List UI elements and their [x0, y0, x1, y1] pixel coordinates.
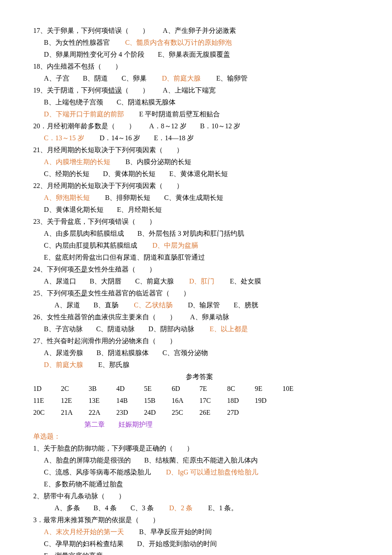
- q23-e: E、盆底封闭骨盆出口但有尿道、阴道和直肠肛管通过: [33, 251, 366, 263]
- p2q1-stem: 1、关于胎盘的防御功能，下列哪项是正确的（ ）: [33, 442, 366, 454]
- q17-line-bc: B、为女性的性腺器官 C、髓质内含有数以万计的原始卵泡: [33, 37, 366, 49]
- q18-d: D、前庭大腺: [162, 75, 201, 82]
- ans-22: 22A: [89, 407, 116, 419]
- ans-24: 24D: [144, 407, 172, 419]
- q17-b: B、为女性的性腺器官: [44, 39, 110, 46]
- answers-row-3: 20C 21A 22A 23D 24D 25C 26E 27D: [33, 407, 366, 419]
- q23-d: D、中层为盆膈: [153, 242, 199, 249]
- p2q2-abc: A、多条 B、4 条 C、3 条: [55, 504, 167, 512]
- q26-e: E、以上都是: [210, 325, 248, 332]
- q19-stem-u: 错误: [108, 87, 122, 94]
- ans-1: 1D: [33, 383, 61, 395]
- p2q2-e: E、1 条。: [194, 504, 238, 512]
- ans-8: 8C: [227, 383, 255, 395]
- ans-7: 7E: [199, 383, 227, 395]
- q25-stem-pre: 25、下列何项: [33, 289, 74, 297]
- q22-stem: 22、月经周期的长短取决于下列何项因素（ ）: [33, 180, 366, 192]
- q21-ab: A、内膜增生期的长短 B、内膜分泌期的长短: [33, 156, 366, 168]
- q22-de: D、黄体退化期长短 E、月经期长短: [33, 204, 366, 216]
- p2q2-opts: A、多条 B、4 条 C、3 条 D、2 条 E、1 条。: [33, 502, 366, 514]
- q25-de: D、输尿管 E、膀胱: [174, 301, 258, 309]
- q22-abc: A、卵泡期长短 B、排卵期长短 C、黄体生成期长短: [33, 192, 366, 204]
- q25-opts: A、尿道 B、直肠 C、乙状结肠 D、输尿管 E、膀胱: [33, 299, 366, 311]
- q21-cde: C、经期的长短 D、黄体期的长短 E、黄体退化期长短: [33, 168, 366, 180]
- p2q1-c: C、流感、风疹等病毒不能感染胎儿: [44, 468, 164, 476]
- q26-opts: B、子宫动脉 C、阴道动脉 D、阴部内动脉 E、以上都是: [33, 323, 366, 335]
- q24-d: D、肛门: [189, 278, 215, 285]
- chapter2-title: 第二章 妊娠期护理: [33, 419, 366, 431]
- p2q3-cd: C、孕早期的妇科检查结果 D、开始感觉到胎动的时间: [33, 538, 366, 550]
- q19-stem-post: （ ） A、上端比下端宽: [122, 87, 216, 94]
- q24-stem-post: 女性外生殖器（ ）: [88, 266, 156, 273]
- q23-cd: C、内层由肛提肌和其筋膜组成 D、中层为盆膈: [33, 240, 366, 251]
- ans-12: 12E: [61, 395, 89, 407]
- p2q1-e: E、多数药物不能通过胎盘: [33, 478, 366, 490]
- q24-abc: A、尿道口 B、大阴唇 C、前庭大腺: [44, 278, 187, 285]
- ans-6: 6D: [172, 383, 199, 395]
- q25-stem-post: 女性生殖器官的临近器官（ ）: [88, 289, 190, 297]
- p2q3-a: A、末次月经开始的第一天: [44, 528, 124, 535]
- ans-26: 26E: [199, 407, 227, 419]
- ans-5: 5E: [144, 383, 172, 395]
- q21-a: A、内膜增生期的长短: [44, 158, 110, 165]
- ans-3: 3B: [89, 383, 116, 395]
- q17-de: D、卵巢周期性变化可分 4 个阶段 E、卵巢表面无腹膜覆盖: [33, 49, 366, 61]
- q27-abc: A、尿道旁腺 B、阴道粘膜腺体 C、宫颈分泌物: [33, 347, 366, 359]
- ans-25: 25C: [172, 407, 199, 419]
- p2q2-stem: 2、脐带中有几条动脉（ ）: [33, 490, 366, 502]
- q20-c: C．13～15 岁: [44, 134, 84, 142]
- q24-stem-u: 不是: [74, 266, 88, 273]
- q22-bc: B、排卵期长短 C、黄体生成期长短: [92, 194, 223, 201]
- q18-abc: A、子宫 B、阴道 C、卵巢: [44, 75, 160, 82]
- q18-opts: A、子宫 B、阴道 C、卵巢 D、前庭大腺 E、输卵管: [33, 72, 366, 84]
- q23-c: C、内层由肛提肌和其筋膜组成: [44, 242, 151, 249]
- q25-c: C、乙状结肠: [134, 301, 173, 309]
- q27-e: E、那氏腺: [85, 361, 130, 368]
- ans-18: 18D: [227, 395, 255, 407]
- q18-stem: 18、内生殖器不包括（ ）: [33, 61, 366, 72]
- q25-ab: A、尿道 B、直肠: [55, 301, 132, 309]
- q27-stem: 27、性兴奋时起润滑作用的分泌物来自（ ）: [33, 335, 366, 347]
- answers-row-1: 1D 2C 3B 4D 5E 6D 7E 8C 9E 10E: [33, 383, 366, 395]
- q23-ab: A、由多层肌肉和筋膜组成 B、外层包括 3 对肌肉和肛门括约肌: [33, 228, 366, 240]
- p2q1-ab: A、胎盘的屏障功能是很强的 B、结核菌、疟原虫不能进入胎儿体内: [33, 454, 366, 466]
- q20-cde: C．13～15 岁 D．14～16 岁 E．14—18 岁: [33, 132, 366, 144]
- q17-c: C、髓质内含有数以万计的原始卵泡: [125, 39, 232, 46]
- p2q3-b: B、早孕反应开始的时间: [126, 528, 212, 535]
- ans-9: 9E: [255, 383, 282, 395]
- p2q1-cd: C、流感、风疹等病毒不能感染胎儿 D、IgG 可以通过胎盘传给胎儿: [33, 466, 366, 478]
- q23-stem: 23、关于骨盆底，下列何项错误（ ）: [33, 216, 366, 228]
- ans-20: 20C: [33, 407, 61, 419]
- q18-e: E、输卵管: [202, 75, 248, 82]
- q17-stem: 17、关于卵巢，下列何项错误（ ） A、产生卵子并分泌激素: [33, 25, 366, 37]
- p2q1-d: D、IgG 可以通过胎盘传给胎儿: [166, 468, 258, 476]
- q22-a: A、卵泡期长短: [44, 194, 90, 201]
- ans-19: 19D: [255, 395, 282, 407]
- ans-21: 21A: [61, 407, 89, 419]
- ans-13: 13E: [89, 395, 116, 407]
- p2q2-d: D、2 条: [169, 504, 193, 512]
- q24-stem-pre: 24、下列何项: [33, 266, 74, 273]
- q25-stem-u: 不是: [74, 289, 88, 297]
- ans-2: 2C: [61, 383, 89, 395]
- q19-e: E 平时阴道前后壁互相贴合: [126, 110, 220, 118]
- q24-opts: A、尿道口 B、大阴唇 C、前庭大腺 D、肛门 E、处女膜: [33, 275, 366, 287]
- q21-stem: 21、月经周期的长短取决于下列何项因素（ ）: [33, 144, 366, 156]
- q19-bc: B、上端包绕子宫颈 C、阴道粘膜无腺体: [33, 96, 366, 108]
- ans-14: 14B: [116, 395, 144, 407]
- ans-4: 4D: [116, 383, 144, 395]
- q27-d: D、前庭大腺: [44, 361, 83, 368]
- q20-stem: 20．月经初潮年龄多数是（ ） A．8～12 岁 B．10～12 岁: [33, 120, 366, 132]
- q20-de: D．14～16 岁 E．14—18 岁: [86, 134, 194, 142]
- ans-15: 15B: [144, 395, 172, 407]
- ans-27: 27D: [227, 407, 255, 419]
- q24-e: E、处女膜: [216, 278, 261, 285]
- q26-bcd: B、子宫动脉 C、阴道动脉 D、阴部内动脉: [44, 325, 208, 332]
- q21-b: B、内膜分泌期的长短: [112, 158, 192, 165]
- q26-stem: 26、女性生殖器管的血液供应主要来自（ ） A、卵巢动脉: [33, 311, 366, 323]
- single-choice-label: 单选题：: [33, 431, 366, 442]
- ans-17: 17C: [199, 395, 227, 407]
- ans-23: 23D: [116, 407, 144, 419]
- p2q3-stem: 3．最常用来推算预产期的依据是（ ）: [33, 514, 366, 526]
- p2q3-ab: A、末次月经开始的第一天 B、早孕反应开始的时间: [33, 526, 366, 538]
